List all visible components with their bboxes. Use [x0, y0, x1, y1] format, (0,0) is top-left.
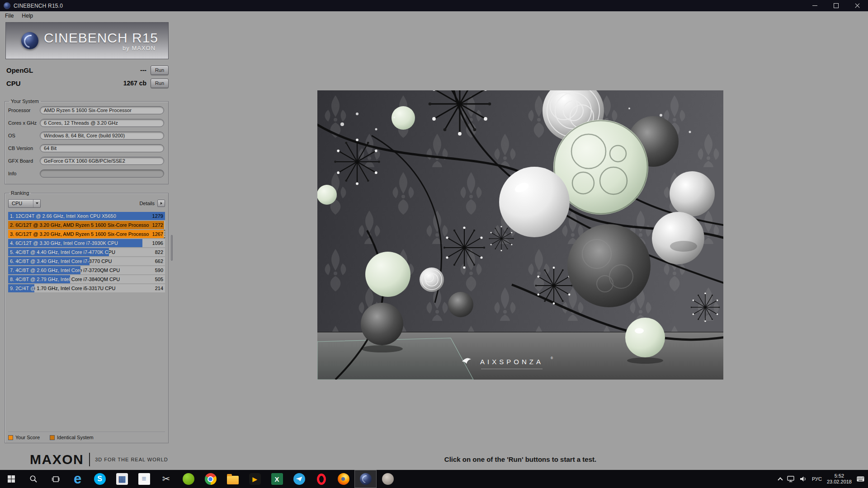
- chevron-up-icon: [778, 477, 783, 482]
- ranking-row-score: 1279: [152, 212, 163, 220]
- ranking-row-7[interactable]: 7. 4C/8T @ 2.60 GHz, Intel Core i7-3720Q…: [8, 266, 165, 274]
- ranking-row-score: 505: [155, 275, 163, 283]
- field-value-cores-x-ghz[interactable]: 6 Cores, 12 Threads @ 3.20 GHz: [40, 119, 164, 127]
- taskbar-icon-geforce-experience[interactable]: [177, 470, 199, 488]
- ranking-row-9[interactable]: 9. 2C/4T @ 1.70 GHz, Intel Core i5-3317U…: [8, 284, 165, 292]
- taskbar-icon-opera[interactable]: [310, 470, 332, 488]
- ranking-row-6[interactable]: 6. 4C/8T @ 3.40 GHz, Intel Core i7-3770 …: [8, 257, 165, 265]
- ranking-row-score: 214: [155, 284, 163, 292]
- start-button[interactable]: [0, 470, 22, 488]
- ranking-row-1[interactable]: 1. 12C/24T @ 2.66 GHz, Intel Xeon CPU X5…: [8, 212, 165, 220]
- field-value-processor[interactable]: AMD Ryzen 5 1600 Six-Core Processor: [40, 106, 164, 114]
- firefox-icon: [338, 473, 349, 485]
- cinebench-icon: [360, 473, 372, 485]
- ranking-panel: Ranking CPU Details 1. 12C/24T @ 2.66 GH…: [5, 190, 169, 443]
- field-label-gfx-board: GFX Board: [8, 158, 40, 164]
- taskbar-icon-skype[interactable]: S: [89, 470, 111, 488]
- ranking-controls: CPU Details: [8, 199, 165, 208]
- taskbar-icon-edge[interactable]: e: [66, 470, 89, 488]
- system-field-row: GFX BoardGeForce GTX 1060 6GB/PCIe/SSE2: [8, 157, 164, 165]
- arrow-right-icon: [160, 202, 162, 205]
- field-label-processor: Processor: [8, 108, 40, 113]
- score-bar-text-clip: 1. 12C/24T @ 2.66 GHz, Intel Xeon CPU X5…: [8, 212, 165, 220]
- taskbar-icon-aimp[interactable]: ▶: [244, 470, 266, 488]
- opengl-label: OpenGL: [6, 66, 33, 74]
- close-button[interactable]: [847, 0, 868, 11]
- taskbar-icon-gimp[interactable]: [377, 470, 399, 488]
- tray-date: 23.02.2018: [827, 479, 852, 485]
- file-explorer-icon: [227, 476, 239, 484]
- search-button[interactable]: [22, 470, 44, 488]
- excel-icon: X: [271, 473, 283, 485]
- menu-item-file[interactable]: File: [1, 11, 18, 20]
- volume-tray-button[interactable]: [800, 476, 807, 482]
- legend-label: Identical System: [57, 435, 94, 440]
- opengl-run-button[interactable]: Run: [151, 66, 169, 75]
- aixsponza-logo: AIXSPONZA: [480, 358, 543, 366]
- your-system-panel: Your System ProcessorAMD Ryzen 5 1600 Si…: [5, 99, 169, 184]
- clock[interactable]: 5:52 23.02.2018: [827, 473, 852, 485]
- taskbar-icon-notepad[interactable]: ≡: [133, 470, 155, 488]
- ranking-row-score: 662: [155, 257, 163, 265]
- taskbar-icon-calculator[interactable]: ▦: [111, 470, 133, 488]
- cpu-benchmark-row: CPU 1267 cb Run: [6, 78, 169, 89]
- field-label-info: Info: [8, 171, 40, 176]
- system-field-row: Cores x GHz6 Cores, 12 Threads @ 3.20 GH…: [8, 119, 164, 127]
- ranking-row-label: 2. 6C/12T @ 3.20 GHz, AMD Ryzen 5 1600 S…: [10, 221, 149, 229]
- score-bar-text-clip: 4. 6C/12T @ 3.30 GHz, Intel Core i7-3930…: [8, 239, 142, 247]
- menu-item-help[interactable]: Help: [18, 11, 37, 20]
- ranking-row-4[interactable]: 4. 6C/12T @ 3.30 GHz, Intel Core i7-3930…: [8, 239, 165, 247]
- system-field-row: Info: [8, 169, 164, 178]
- ranking-filter-value: CPU: [12, 201, 22, 206]
- cinebench-logo-icon: [21, 32, 38, 49]
- panel-splitter-handle[interactable]: [171, 235, 173, 261]
- app-window-icon: [4, 2, 10, 9]
- ranking-row-score: 590: [155, 266, 163, 274]
- taskbar-icon-telegram[interactable]: [288, 470, 310, 488]
- field-value-gfx-board[interactable]: GeForce GTX 1060 6GB/PCIe/SSE2: [40, 157, 164, 165]
- ranking-row-5[interactable]: 5. 4C/8T @ 4.40 GHz, Intel Core i7-4770K…: [8, 248, 165, 256]
- taskbar-icon-excel[interactable]: X: [266, 470, 288, 488]
- field-value-cb-version[interactable]: 64 Bit: [40, 144, 164, 152]
- maxon-footer: MAXON 3D FOR THE REAL WORLD: [30, 452, 168, 467]
- ranking-row-label-on-bar: 7. 4C/8T @ 2.60 GHz, Intel Core i7-3720Q…: [10, 266, 80, 274]
- legend-item-your-score: Your Score: [8, 435, 40, 440]
- opengl-score-value: ---: [140, 66, 151, 74]
- taskbar-icon-firefox[interactable]: [332, 470, 354, 488]
- maximize-button[interactable]: [826, 0, 847, 11]
- cpu-run-button[interactable]: Run: [151, 79, 169, 88]
- network-tray-button[interactable]: [787, 476, 795, 482]
- your-system-title: Your System: [9, 99, 41, 104]
- menu-bar: FileHelp: [0, 11, 868, 20]
- task-view-button[interactable]: [44, 470, 66, 488]
- ranking-row-2[interactable]: 2. 6C/12T @ 3.20 GHz, AMD Ryzen 5 1600 S…: [8, 221, 165, 229]
- logo-text: CINEBENCH R15 by MAXON: [44, 30, 158, 52]
- ranking-row-label-on-bar: 1. 12C/24T @ 2.66 GHz, Intel Xeon CPU X5…: [10, 212, 116, 220]
- window-title: CINEBENCH R15.0: [14, 3, 63, 9]
- tray-time: 5:52: [835, 473, 844, 479]
- app-logo-panel: CINEBENCH R15 by MAXON: [5, 22, 169, 59]
- taskbar-icon-chrome[interactable]: [199, 470, 222, 488]
- system-tray: РУС 5:52 23.02.2018: [774, 470, 868, 488]
- task-view-icon: [52, 475, 60, 483]
- touch-keyboard-button[interactable]: [857, 476, 864, 482]
- tray-expand-button[interactable]: [778, 477, 782, 482]
- language-indicator[interactable]: РУС: [812, 476, 822, 482]
- gimp-icon: [382, 473, 394, 485]
- taskbar: eS▦≡✂▶X РУС 5:52 23.02.2018: [0, 470, 868, 488]
- field-value-info[interactable]: [40, 169, 164, 178]
- details-label: Details: [139, 201, 155, 206]
- touch-keyboard-icon: [857, 476, 864, 482]
- ranking-row-8[interactable]: 8. 4C/8T @ 2.79 GHz, Intel Core i7-3840Q…: [8, 275, 165, 283]
- legend-item-identical-system: Identical System: [50, 435, 94, 440]
- taskbar-icon-file-explorer[interactable]: [222, 470, 244, 488]
- ranking-filter-dropdown[interactable]: CPU: [8, 199, 41, 208]
- notepad-icon: ≡: [138, 473, 150, 485]
- ranking-row-3[interactable]: 3. 6C/12T @ 3.20 GHz, AMD Ryzen 5 1600 S…: [8, 230, 165, 238]
- taskbar-icon-cinebench[interactable]: [354, 470, 377, 488]
- minimize-button[interactable]: [804, 0, 826, 11]
- taskbar-icon-snipping-tool[interactable]: ✂: [155, 470, 177, 488]
- opengl-benchmark-row: OpenGL --- Run: [6, 65, 169, 75]
- field-value-os[interactable]: Windows 8, 64 Bit, Core (build 9200): [40, 131, 164, 140]
- details-expand-button[interactable]: [157, 200, 165, 207]
